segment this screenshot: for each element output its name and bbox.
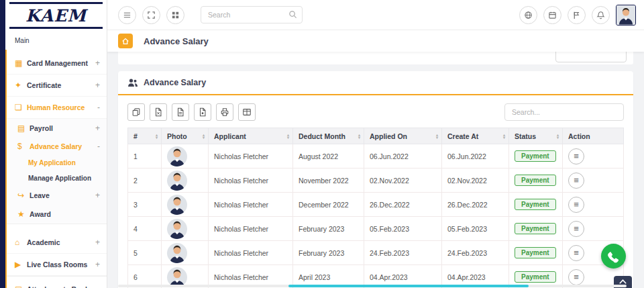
topbar-right-icons — [519, 5, 636, 26]
horizontal-scrollbar-thumb[interactable] — [288, 285, 529, 287]
notifications-button[interactable] — [592, 6, 610, 24]
cell-applicant: Nicholas Fletcher — [209, 144, 293, 169]
table-search-input[interactable] — [504, 103, 624, 121]
cell-applied-on: 26.Dec.2022 — [364, 193, 442, 217]
scrolled-input-remnant[interactable] — [555, 52, 627, 62]
menu-icon — [574, 224, 579, 233]
expand-plus-icon: + — [95, 124, 100, 133]
left-edge-strip — [0, 0, 5, 288]
cell-applicant: Nicholas Fletcher — [209, 193, 293, 217]
app-logo[interactable]: KAEM — [25, 6, 87, 26]
sidebar-item-award[interactable]: ★ Award — [7, 205, 107, 224]
user-photo — [616, 5, 635, 25]
columns-icon — [242, 107, 252, 117]
globe-icon — [524, 11, 533, 19]
nav-separator — [7, 224, 107, 232]
cell-create-at: 05.Feb.2023 — [442, 217, 509, 241]
expand-plus-icon: + — [95, 81, 100, 90]
cell-number: 5 — [128, 241, 162, 265]
expand-plus-icon: + — [95, 260, 100, 269]
whatsapp-button[interactable] — [601, 244, 626, 269]
users-icon — [127, 78, 138, 87]
sidebar-item-live-class-rooms[interactable]: ▶ Live Class Rooms + — [7, 254, 107, 276]
status-badge: Payment — [515, 271, 556, 283]
table-header-create-at[interactable]: Create At — [442, 128, 509, 144]
status-badge: Payment — [515, 223, 556, 234]
export-pdf-button[interactable] — [194, 103, 211, 121]
row-action-button[interactable] — [568, 197, 584, 213]
cell-create-at: 02.Nov.2022 — [442, 169, 509, 193]
table-header-applied-on[interactable]: Applied On — [364, 128, 442, 144]
export-excel-button[interactable] — [150, 103, 167, 121]
table-header-applicant[interactable]: Applicant — [209, 128, 293, 144]
file-excel-icon — [154, 107, 163, 117]
row-action-button[interactable] — [568, 173, 584, 189]
topbar-search-input[interactable] — [201, 6, 303, 23]
sidebar-item-attachments-book[interactable]: ▣ Attachments Book — [7, 279, 107, 288]
cell-applicant: Nicholas Fletcher — [209, 241, 293, 265]
menu-icon — [574, 273, 579, 281]
fullscreen-button[interactable] — [142, 6, 160, 24]
column-visibility-button[interactable] — [238, 103, 256, 121]
menu-icon — [574, 200, 579, 209]
user-avatar[interactable] — [616, 5, 636, 26]
sidebar-item-certificate[interactable]: ✦ Certificate + — [7, 75, 107, 97]
table-header-deduct-month[interactable]: Deduct Month — [293, 128, 364, 144]
table-search — [504, 103, 624, 121]
collapse-minus-icon: - — [97, 103, 100, 112]
table-wrapper: # Photo Applicant Deduct Month Applied O… — [118, 128, 633, 288]
menu-icon — [123, 11, 131, 19]
sidebar-item-human-resource[interactable]: ❏ Human Resource - — [7, 97, 107, 119]
sidebar-item-advance-salary[interactable]: $ Advance Salary - — [7, 138, 107, 155]
export-csv-button[interactable] — [172, 103, 189, 121]
print-button[interactable] — [216, 103, 233, 121]
topbar — [107, 0, 644, 30]
sidebar-item-my-application[interactable]: My Application — [7, 155, 107, 171]
file-csv-icon — [176, 107, 185, 117]
sidebar: KAEM Main ▦ Card Management + ✦ Certific… — [5, 0, 107, 288]
sidebar-item-label: Award — [30, 210, 100, 218]
row-action-button[interactable] — [568, 245, 584, 261]
sidebar-item-label: Advance Salary — [30, 142, 97, 150]
status-badge: Payment — [515, 150, 556, 162]
calendar-button[interactable] — [543, 6, 561, 24]
menu-icon — [574, 248, 579, 257]
sort-icon — [436, 133, 438, 139]
sidebar-item-manage-application[interactable]: Manage Application — [7, 171, 107, 186]
breadcrumb: Advance Salary — [107, 30, 644, 52]
cell-applicant: Nicholas Fletcher — [209, 169, 293, 193]
export-button-group — [127, 103, 256, 121]
status-badge: Payment — [515, 247, 556, 258]
sidebar-item-leave[interactable]: ↪ Leave + — [7, 186, 107, 205]
sidebar-item-card-management[interactable]: ▦ Card Management + — [7, 52, 107, 75]
export-copy-button[interactable] — [127, 103, 145, 121]
menu-toggle-button[interactable] — [118, 6, 136, 24]
sort-icon — [287, 133, 289, 139]
language-globe-button[interactable] — [519, 6, 537, 24]
flag-button[interactable] — [568, 6, 586, 24]
applicant-avatar — [167, 267, 187, 287]
sidebar-item-payroll[interactable]: ▤ Payroll + — [7, 119, 107, 138]
topbar-search — [201, 6, 303, 23]
table-header-status[interactable]: Status — [509, 128, 563, 144]
apps-grid-icon — [171, 11, 180, 19]
page-title: Advance Salary — [144, 36, 209, 46]
apps-grid-button[interactable] — [166, 6, 184, 24]
live-class-icon: ▶ — [15, 260, 27, 269]
table-header-photo[interactable]: Photo — [162, 128, 209, 144]
table-row: 3 Nicholas Fletcher December 2022 26.Dec… — [128, 193, 624, 217]
row-action-button[interactable] — [568, 269, 584, 285]
table-row: 4 Nicholas Fletcher February 2023 05.Feb… — [128, 217, 624, 241]
table-header-number[interactable]: # — [128, 128, 162, 144]
row-action-button[interactable] — [568, 221, 584, 237]
expand-plus-icon: + — [95, 238, 100, 247]
logo-box: KAEM — [9, 2, 103, 29]
home-button[interactable] — [118, 34, 133, 48]
applicant-avatar — [167, 146, 187, 166]
sidebar-item-academic[interactable]: ⌂ Academic + — [7, 232, 107, 254]
sidebar-item-label: Card Management — [27, 59, 95, 67]
collapse-minus-icon: - — [97, 142, 100, 151]
sidebar-item-label: Academic — [27, 238, 95, 246]
row-action-button[interactable] — [568, 148, 584, 164]
attachments-icon: ▣ — [15, 285, 27, 288]
